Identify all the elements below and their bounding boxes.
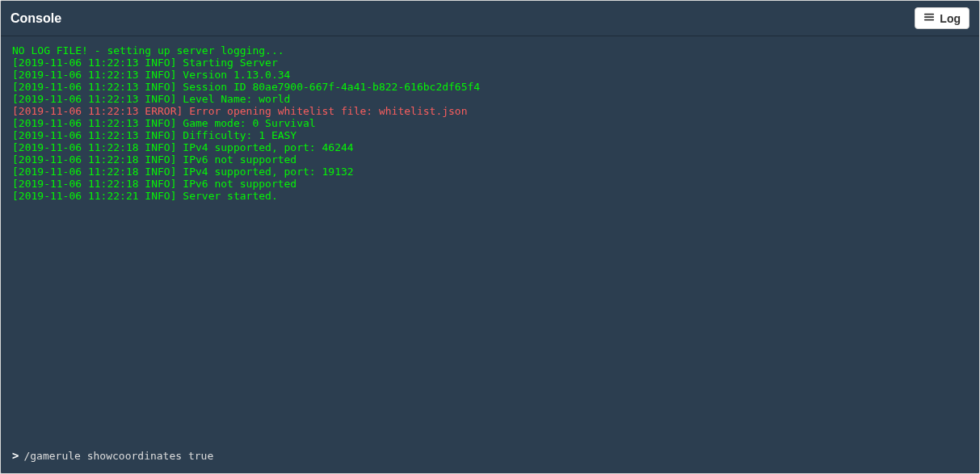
console-line: [2019-11-06 11:22:13 INFO] Starting Serv… [12,57,968,69]
console-line: [2019-11-06 11:22:18 INFO] IPv6 not supp… [12,178,968,190]
console-line: NO LOG FILE! - setting up server logging… [12,44,968,57]
console-line: [2019-11-06 11:22:13 INFO] Game mode: 0 … [12,117,968,129]
console-panel: Console Log NO LOG FILE! - setting up se… [0,0,980,474]
log-button-label: Log [940,12,961,25]
hamburger-icon [923,11,935,25]
console-line: [2019-11-06 11:22:13 INFO] Session ID 80… [12,81,968,93]
log-button[interactable]: Log [915,7,969,29]
console-line: [2019-11-06 11:22:18 INFO] IPv4 supporte… [12,141,968,153]
command-input-row: > [1,443,979,473]
console-output[interactable]: NO LOG FILE! - setting up server logging… [1,36,979,443]
console-title: Console [11,11,61,26]
prompt-caret-icon: > [12,449,19,462]
console-line: [2019-11-06 11:22:21 INFO] Server starte… [12,190,968,202]
console-line: [2019-11-06 11:22:13 ERROR] Error openin… [12,105,968,117]
console-header: Console Log [1,1,979,36]
command-input[interactable] [23,450,968,462]
console-line: [2019-11-06 11:22:18 INFO] IPv6 not supp… [12,153,968,166]
console-line: [2019-11-06 11:22:18 INFO] IPv4 supporte… [12,166,968,178]
console-line: [2019-11-06 11:22:13 INFO] Difficulty: 1… [12,129,968,141]
console-line: [2019-11-06 11:22:13 INFO] Version 1.13.… [12,69,968,81]
console-line: [2019-11-06 11:22:13 INFO] Level Name: w… [12,93,968,105]
